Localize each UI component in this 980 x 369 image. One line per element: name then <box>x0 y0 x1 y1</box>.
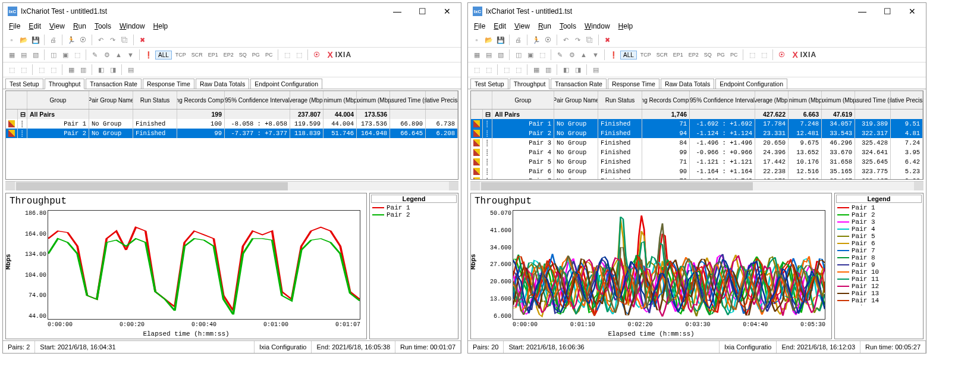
filter-pc[interactable]: PC <box>728 52 740 58</box>
column-header[interactable]: Relative Precision <box>426 91 458 109</box>
tb2-icon[interactable]: ❗ <box>608 50 618 60</box>
tab-test-setup[interactable]: Test Setup <box>5 79 43 89</box>
column-header[interactable]: Measured Time (sec) <box>855 91 891 109</box>
table-row[interactable]: ┊Pair 5No GroupFinished71-1.121 : +1.121… <box>471 157 923 167</box>
tab-response-time[interactable]: Response Time <box>143 79 194 89</box>
legend-item[interactable]: Pair 14 <box>836 297 922 304</box>
tb2-icon[interactable]: ⬚ <box>282 50 292 60</box>
tab-response-time[interactable]: Response Time <box>608 79 659 89</box>
minimize-button[interactable]: — <box>388 7 406 16</box>
column-header[interactable]: Maximum (Mbps) <box>357 91 390 109</box>
tb3-icon[interactable]: ⬚ <box>18 65 29 75</box>
print-icon[interactable]: 🖨 <box>48 35 58 45</box>
menu-view[interactable]: View <box>514 22 530 30</box>
column-header[interactable]: Measured Time (sec) <box>390 91 426 109</box>
filter-tcp[interactable]: TCP <box>174 52 188 58</box>
tab-endpoint-configuration[interactable]: Endpoint Configuration <box>250 79 322 89</box>
tb3-icon[interactable]: ▦ <box>531 65 541 75</box>
tb2-icon[interactable]: ▲ <box>579 50 589 60</box>
legend-item[interactable]: Pair 6 <box>836 240 922 247</box>
menu-tools[interactable]: Tools <box>560 22 576 30</box>
column-header[interactable]: Group <box>492 91 554 109</box>
legend-item[interactable]: Pair 8 <box>836 254 922 261</box>
undo-icon[interactable]: ↶ <box>561 35 571 45</box>
legend-item[interactable]: Pair 7 <box>836 247 922 254</box>
tb3-icon[interactable]: ⬚ <box>472 65 482 75</box>
delete-icon[interactable]: ✖ <box>602 35 612 45</box>
tb3-icon[interactable]: ▤ <box>590 65 601 75</box>
new-icon[interactable]: ▫ <box>7 35 17 45</box>
column-header[interactable]: Pair Group Name <box>89 91 133 109</box>
grid-scrollbar[interactable] <box>470 181 924 190</box>
copy-icon[interactable]: ⿻ <box>585 35 595 45</box>
tb3-icon[interactable]: ⬚ <box>36 65 46 75</box>
filter-pg[interactable]: PG <box>250 52 262 58</box>
column-header[interactable]: Maximum (Mbps) <box>822 91 855 109</box>
delete-icon[interactable]: ✖ <box>137 35 147 45</box>
table-row[interactable]: ┊Pair 2No GroupFinished94-1.124 : +1.124… <box>471 129 923 138</box>
table-row[interactable]: ┊Pair 7No GroupFinished76-1.742 : +1.742… <box>471 176 923 180</box>
grid-scrollbar[interactable] <box>5 181 458 190</box>
column-header[interactable]: Run Status <box>598 91 642 109</box>
tb3-icon[interactable]: ◧ <box>96 65 106 75</box>
save-icon[interactable]: 💾 <box>495 35 505 45</box>
run-icon[interactable]: 🏃 <box>66 35 76 45</box>
column-header[interactable]: Relative Precision <box>891 91 923 109</box>
tb2-icon[interactable]: ▦ <box>472 50 482 60</box>
help-icon[interactable]: ⦿ <box>777 50 787 60</box>
menu-window[interactable]: Window <box>120 22 145 30</box>
menu-tools[interactable]: Tools <box>95 22 111 30</box>
tb2-icon[interactable]: ▧ <box>30 50 40 60</box>
menu-help[interactable]: Help <box>153 22 168 30</box>
filter-pc[interactable]: PC <box>263 52 275 58</box>
menu-help[interactable]: Help <box>618 22 633 30</box>
tb2-icon[interactable]: ⬚ <box>72 50 82 60</box>
redo-icon[interactable]: ↷ <box>573 35 583 45</box>
tb3-icon[interactable]: ◧ <box>561 65 571 75</box>
filter-ep1[interactable]: EP1 <box>206 52 220 58</box>
close-button[interactable]: ✕ <box>438 7 456 16</box>
column-header[interactable]: Average (Mbps) <box>290 91 323 109</box>
maximize-button[interactable]: ☐ <box>878 7 896 16</box>
print-icon[interactable]: 🖨 <box>513 35 523 45</box>
new-icon[interactable]: ▫ <box>472 35 482 45</box>
tab-raw-data-totals[interactable]: Raw Data Totals <box>196 79 249 89</box>
legend-item[interactable]: Pair 2 <box>371 211 457 218</box>
column-header[interactable]: Minimum (Mbps) <box>789 91 822 109</box>
tb3-icon[interactable]: ⬚ <box>7 65 17 75</box>
tb2-icon[interactable]: ⬚ <box>537 50 547 60</box>
tb2-icon[interactable]: ⬚ <box>294 50 304 60</box>
tb3-icon[interactable]: ▥ <box>78 65 88 75</box>
undo-icon[interactable]: ↶ <box>96 35 106 45</box>
column-header[interactable]: Group <box>27 91 89 109</box>
legend-item[interactable]: Pair 11 <box>836 276 922 283</box>
tb2-icon[interactable]: ◫ <box>513 50 523 60</box>
tb2-icon[interactable]: ✎ <box>555 50 565 60</box>
tb2-icon[interactable]: ⬚ <box>747 50 757 60</box>
legend-item[interactable]: Pair 12 <box>836 283 922 290</box>
filter-tcp[interactable]: TCP <box>639 52 653 58</box>
column-header[interactable]: Minimum (Mbps) <box>323 91 357 109</box>
legend-item[interactable]: Pair 13 <box>836 290 922 297</box>
menu-edit[interactable]: Edit <box>29 22 41 30</box>
filter-sq[interactable]: SQ <box>702 52 714 58</box>
tb2-icon[interactable]: ▤ <box>18 50 29 60</box>
open-icon[interactable]: 📂 <box>18 35 29 45</box>
tb2-icon[interactable]: ⬚ <box>759 50 769 60</box>
tb2-icon[interactable]: ✎ <box>90 50 100 60</box>
menu-file[interactable]: File <box>9 22 20 30</box>
menu-run[interactable]: Run <box>538 22 551 30</box>
tab-test-setup[interactable]: Test Setup <box>470 79 508 89</box>
filter-scr[interactable]: SCR <box>655 52 670 58</box>
table-row[interactable]: ┊Pair 4No GroupFinished99-0.966 : +0.966… <box>471 148 923 157</box>
tb2-icon[interactable]: ⚙ <box>102 50 112 60</box>
minimize-button[interactable]: — <box>853 7 871 16</box>
tb2-icon[interactable]: ▼ <box>590 50 601 60</box>
tb2-icon[interactable]: ▲ <box>114 50 124 60</box>
legend-item[interactable]: Pair 2 <box>836 211 922 218</box>
tb2-icon[interactable]: ▧ <box>495 50 505 60</box>
table-row[interactable]: ┊Pair 1No GroupFinished71-1.692 : +1.692… <box>471 119 923 129</box>
filter-sq[interactable]: SQ <box>237 52 249 58</box>
redo-icon[interactable]: ↷ <box>108 35 118 45</box>
tb2-icon[interactable]: ▣ <box>60 50 70 60</box>
